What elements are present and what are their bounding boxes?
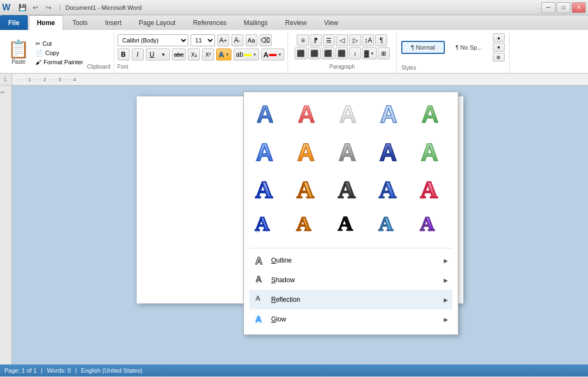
bullets-btn[interactable]: ≡ (297, 34, 309, 46)
outline-label: Outline (271, 257, 444, 264)
increase-indent-btn[interactable]: ▷ (349, 34, 361, 46)
format-painter-label: Format Painter (44, 59, 83, 65)
language: English (United States) (81, 367, 143, 374)
tab-tools[interactable]: Tools (64, 15, 96, 30)
tab-file[interactable]: File (0, 15, 28, 30)
change-case-btn[interactable]: Aa (246, 34, 258, 46)
align-right-btn[interactable]: ⬛ (322, 47, 334, 59)
tab-mailings[interactable]: Mailings (236, 15, 276, 30)
copy-button[interactable]: 📄 Copy (34, 49, 85, 57)
svg-text:A: A (255, 230, 262, 233)
wordart-icon-4: A (377, 101, 405, 128)
wordart-style-17[interactable]: A (291, 209, 327, 242)
wordart-style-3[interactable]: A (332, 98, 368, 131)
styles-scroll-up[interactable]: ▲ (493, 33, 505, 42)
styles-expand[interactable]: ⊞ (493, 53, 505, 62)
sort-btn[interactable]: ↕A (362, 34, 374, 46)
justify-btn[interactable]: ⬛ (335, 47, 348, 59)
highlight-arrow: ▼ (253, 52, 257, 57)
wordart-icon-1: A (254, 101, 281, 128)
format-painter-button[interactable]: 🖌 Format Painter (34, 58, 85, 66)
page-info: Page: 1 of 1 (4, 367, 36, 374)
svg-text:A: A (338, 212, 353, 235)
clipboard-group: 📋 Paste ✂ Cut 📄 Copy 🖌 Format Painter Cl… (2, 32, 114, 73)
wordart-style-10[interactable]: A (414, 135, 450, 168)
minimize-btn[interactable]: ─ (541, 2, 555, 13)
styles-scroll-down[interactable]: ▼ (493, 43, 505, 52)
tab-home[interactable]: Home (29, 15, 63, 30)
maximize-btn[interactable]: □ (556, 2, 571, 13)
text-highlight-btn[interactable]: ab ▼ (234, 48, 259, 60)
wordart-style-11[interactable]: A (249, 172, 285, 205)
text-effects-btn[interactable]: A ▼ (216, 48, 231, 60)
font-size-select[interactable]: 11 (191, 34, 215, 46)
wordart-style-5[interactable]: A (414, 98, 450, 131)
tab-insert[interactable]: Insert (97, 15, 130, 30)
wordart-style-15[interactable]: A (414, 172, 450, 205)
wordart-style-1[interactable]: A (249, 98, 285, 131)
numbering-btn[interactable]: ⁋ (310, 34, 322, 46)
wordart-style-18[interactable]: A (332, 209, 368, 242)
outline-arrow: ▶ (444, 258, 448, 264)
wordart-style-9[interactable]: A (373, 135, 409, 168)
clear-format-btn[interactable]: ⌫ (260, 34, 272, 46)
bold-btn[interactable]: B (118, 48, 130, 60)
wordart-style-6[interactable]: A (249, 135, 285, 168)
wordart-style-8[interactable]: A (332, 135, 368, 168)
underline-btn[interactable]: U (146, 48, 158, 60)
wordart-icon-18: A (336, 212, 364, 239)
paste-button[interactable]: 📋 Paste (5, 34, 32, 71)
wordart-style-7[interactable]: A (291, 135, 327, 168)
redo-quick-btn[interactable]: ↪ (43, 2, 54, 13)
save-quick-btn[interactable]: 💾 (17, 2, 28, 13)
underline-dropdown[interactable]: ▼ (158, 48, 170, 60)
close-btn[interactable]: ✕ (572, 2, 586, 13)
decrease-font-btn[interactable]: A- (231, 34, 243, 46)
shading-btn[interactable]: ▓ ▼ (362, 47, 377, 59)
italic-btn[interactable]: I (132, 48, 144, 60)
undo-quick-btn[interactable]: ↩ (30, 2, 41, 13)
wordart-style-20[interactable]: A (414, 209, 450, 242)
font-color-btn[interactable]: A ▼ (261, 48, 284, 60)
glow-menu-item[interactable]: A Glow ▶ (249, 309, 452, 329)
shadow-arrow: ▶ (444, 277, 448, 283)
outline-icon: A (254, 254, 267, 267)
align-left-btn[interactable]: ⬛ (295, 47, 307, 59)
wordart-icon-6: A (254, 138, 281, 165)
svg-text:A: A (297, 177, 314, 202)
increase-font-btn[interactable]: A+ (217, 34, 229, 46)
wordart-style-16[interactable]: A A (249, 209, 285, 242)
svg-text:A: A (255, 299, 259, 301)
wordart-icon-20: A (419, 212, 446, 239)
outline-menu-item[interactable]: A Outline ▶ (249, 251, 452, 270)
tab-review[interactable]: Review (277, 15, 315, 30)
reflection-menu-item[interactable]: A A Reflection ▶ (249, 290, 452, 309)
style-no-spacing[interactable]: ¶ No Sp... (447, 41, 491, 54)
tab-references[interactable]: References (185, 15, 234, 30)
align-center-btn[interactable]: ⬛ (308, 47, 321, 59)
borders-btn[interactable]: ⊞ (378, 47, 390, 59)
style-normal[interactable]: ¶ Normal (401, 41, 445, 54)
font-family-select[interactable]: Calibri (Body) (118, 34, 188, 46)
wordart-style-19[interactable]: A (373, 209, 409, 242)
styles-label: Styles (401, 64, 416, 72)
svg-text:A: A (296, 212, 311, 235)
tab-page-layout[interactable]: Page Layout (131, 15, 183, 30)
line-spacing-btn[interactable]: ↕ (349, 47, 361, 59)
wordart-icon-13: A (336, 175, 364, 202)
tab-view[interactable]: View (316, 15, 346, 30)
superscript-btn[interactable]: X² (202, 48, 214, 60)
wordart-style-2[interactable]: A (291, 98, 327, 131)
wordart-style-4[interactable]: A (373, 98, 409, 131)
wordart-style-14[interactable]: A (373, 172, 409, 205)
wordart-style-12[interactable]: A (291, 172, 327, 205)
strikethrough-btn[interactable]: abc (172, 48, 186, 60)
decrease-indent-btn[interactable]: ◁ (336, 34, 348, 46)
shadow-menu-item[interactable]: A A Shadow ▶ (249, 270, 452, 290)
font-color-wrap: A ▼ (261, 48, 284, 60)
show-para-btn[interactable]: ¶ (375, 34, 387, 46)
cut-button[interactable]: ✂ Cut (34, 40, 85, 48)
multilevel-btn[interactable]: ☰ (323, 34, 335, 46)
subscript-btn[interactable]: X₂ (188, 48, 200, 60)
wordart-style-13[interactable]: A (332, 172, 368, 205)
